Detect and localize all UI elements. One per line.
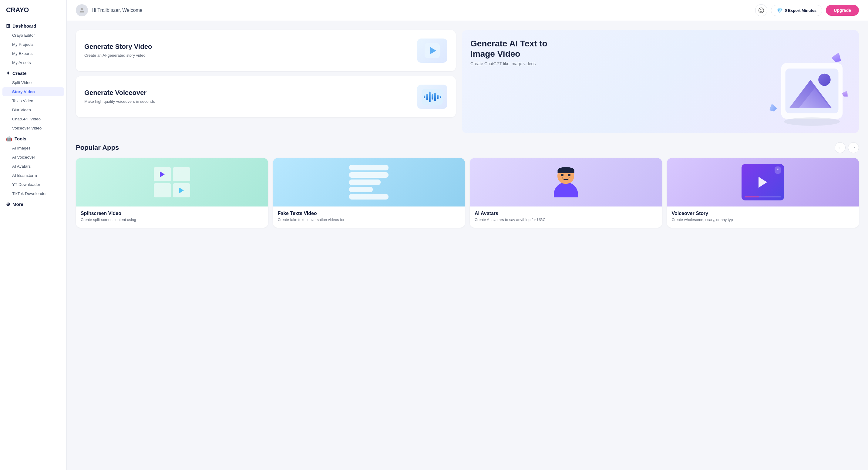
export-minutes-label: 0 Export Minutes	[784, 8, 816, 13]
story-video-icon	[417, 38, 447, 63]
text-bubble-5	[349, 194, 389, 199]
sidebar-item-my-exports[interactable]: My Exports	[2, 49, 64, 58]
svg-point-3	[762, 9, 763, 10]
faketexts-info: Fake Texts Video Create fake text conver…	[273, 207, 465, 228]
sidebar-item-voiceover-video[interactable]: Voiceover Video	[2, 124, 64, 132]
faketexts-name: Fake Texts Video	[278, 211, 460, 216]
splitscreen-name: Splitscreen Video	[81, 211, 263, 216]
sidebar-item-ai-images[interactable]: AI Images	[2, 144, 64, 153]
hero-area[interactable]: Generate AI Text to Image Video Create C…	[462, 30, 859, 133]
app-card-faketexts[interactable]: Fake Texts Video Create fake text conver…	[273, 158, 465, 228]
logo-area[interactable]: CRAYO	[0, 6, 66, 20]
avatar-hair	[557, 167, 574, 173]
svg-rect-9	[429, 92, 431, 102]
split-play-icon-2	[179, 187, 184, 193]
text-bubble-1	[349, 165, 389, 170]
sidebar-item-chatgpt-video[interactable]: ChatGPT Video	[2, 115, 64, 123]
apps-row: Splitscreen Video Create split-screen co…	[76, 158, 859, 228]
header: Hi Trailblazer, Welcome 💎 0 Export Minut…	[67, 0, 868, 21]
app-card-voiceover[interactable]: " Voiceover Story Create wholesome, scar…	[667, 158, 859, 228]
voiceover-story-desc: Create wholesome, scary, or any typ	[672, 217, 854, 223]
split-panel-br	[173, 183, 190, 197]
voiceover-icon	[417, 85, 447, 109]
svg-point-18	[818, 74, 831, 86]
avatars-name: AI Avatars	[475, 211, 657, 216]
sidebar: CRAYO ⊞ Dashboard Crayo Editor My Projec…	[0, 0, 67, 470]
sidebar-item-split-video[interactable]: Split Video	[2, 78, 64, 87]
sidebar-item-texts-video[interactable]: Texts Video	[2, 96, 64, 105]
create-icon: ✦	[6, 70, 10, 76]
texts-visual	[349, 165, 389, 199]
tools-icon: 🤖	[6, 136, 12, 142]
avatars-info: AI Avatars Create AI avatars to say anyt…	[470, 207, 662, 228]
story-video-card-text: Generate Story Video Create an AI-genera…	[84, 43, 152, 59]
voiceover-description: Make high quality voiceovers in seconds	[84, 98, 155, 104]
splitscreen-visual	[154, 167, 190, 197]
svg-point-1	[759, 8, 764, 13]
voiceover-title: Generate Voiceover	[84, 89, 155, 97]
chat-icon-button[interactable]	[755, 4, 767, 17]
sidebar-item-blur-video[interactable]: Blur Video	[2, 105, 64, 114]
voiceover-card-text: Generate Voiceover Make high quality voi…	[84, 89, 155, 104]
splitscreen-info: Splitscreen Video Create split-screen co…	[76, 207, 268, 228]
svg-rect-12	[437, 95, 439, 99]
svg-marker-19	[831, 51, 843, 64]
split-panel-tr	[173, 167, 190, 181]
sidebar-item-ai-voiceover[interactable]: AI Voiceover	[2, 153, 64, 162]
sidebar-section-more[interactable]: ⊕ More	[0, 198, 66, 209]
app-card-splitscreen[interactable]: Splitscreen Video Create split-screen co…	[76, 158, 268, 228]
svg-marker-20	[768, 103, 778, 113]
avatar-left-eye	[561, 174, 563, 176]
generate-story-video-card[interactable]: Generate Story Video Create an AI-genera…	[76, 30, 456, 71]
sidebar-item-ai-brainstorm[interactable]: AI Brainstorm	[2, 171, 64, 180]
svg-rect-10	[432, 94, 433, 99]
sidebar-item-my-assets[interactable]: My Assets	[2, 58, 64, 67]
welcome-text: Hi Trailblazer, Welcome	[92, 7, 143, 13]
avatar-smile	[562, 177, 569, 180]
generate-voiceover-card[interactable]: Generate Voiceover Make high quality voi…	[76, 76, 456, 117]
split-play-icon	[160, 171, 165, 177]
sidebar-section-create-label: Create	[12, 71, 27, 76]
voiceover-story-name: Voiceover Story	[672, 211, 854, 216]
nav-arrows: ← →	[835, 142, 859, 153]
more-icon: ⊕	[6, 201, 10, 207]
header-right: 💎 0 Export Minutes Upgrade	[755, 4, 859, 17]
svg-rect-11	[434, 92, 436, 101]
text-bubble-3	[349, 180, 381, 185]
sidebar-item-story-video[interactable]: Story Video	[2, 87, 64, 96]
avatar-head	[557, 167, 574, 184]
story-video-title: Generate Story Video	[84, 43, 152, 51]
sidebar-item-my-projects[interactable]: My Projects	[2, 40, 64, 49]
app-card-avatars[interactable]: AI Avatars Create AI avatars to say anyt…	[470, 158, 662, 228]
svg-rect-7	[424, 96, 425, 98]
upgrade-button[interactable]: Upgrade	[826, 5, 859, 16]
sidebar-item-crayo-editor[interactable]: Crayo Editor	[2, 31, 64, 40]
hero-title: Generate AI Text to Image Video	[470, 38, 555, 59]
sidebar-section-more-label: More	[12, 201, 23, 207]
main-content: Hi Trailblazer, Welcome 💎 0 Export Minut…	[67, 0, 868, 470]
prev-arrow-button[interactable]: ←	[835, 142, 845, 153]
sidebar-item-ai-avatars[interactable]: AI Avatars	[2, 162, 64, 171]
sidebar-item-tiktok-downloader[interactable]: TikTok Downloader	[2, 189, 64, 198]
text-bubble-2	[349, 172, 389, 178]
split-panel-tl	[154, 167, 171, 181]
dashboard-icon: ⊞	[6, 23, 10, 29]
export-minutes-button[interactable]: 💎 0 Export Minutes	[771, 5, 822, 16]
voiceover-thumb: "	[667, 158, 859, 207]
splitscreen-thumb	[76, 158, 268, 207]
voiceover-visual: "	[742, 164, 784, 200]
svg-rect-8	[426, 94, 428, 100]
vs-progress-bar-container	[745, 196, 781, 197]
sidebar-section-dashboard-label: Dashboard	[12, 23, 36, 29]
svg-rect-13	[440, 96, 441, 97]
vs-quote-icon: "	[775, 166, 781, 174]
split-panel-bl	[154, 183, 171, 197]
avatar	[76, 4, 88, 17]
vs-play-icon	[758, 177, 767, 188]
next-arrow-button[interactable]: →	[848, 142, 859, 153]
svg-point-0	[81, 8, 83, 10]
sidebar-item-yt-downloader[interactable]: YT Downloader	[2, 180, 64, 189]
sidebar-section-tools: 🤖 Tools	[0, 133, 66, 144]
avatar-body	[554, 182, 578, 197]
faketexts-thumb	[273, 158, 465, 207]
